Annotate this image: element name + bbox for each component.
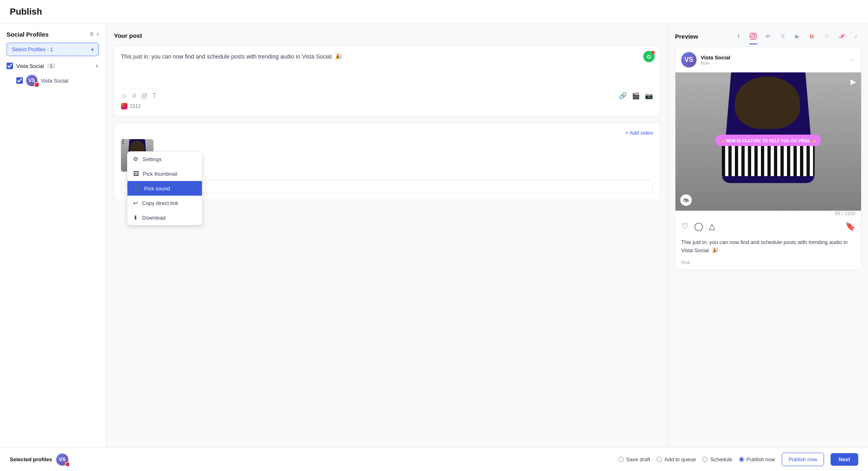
post-text-content[interactable]: This just in: you can now find and sched…: [121, 52, 653, 85]
selected-profiles-label: Selected profiles: [10, 456, 52, 462]
svg-point-2: [754, 34, 755, 35]
grammar-badge: G: [643, 51, 655, 62]
twitter-icon[interactable]: 𝕏: [777, 31, 788, 42]
sound-icon: 🎵: [133, 185, 140, 192]
instagram-icon[interactable]: [747, 31, 759, 42]
hashtag-icon[interactable]: #: [132, 92, 136, 100]
context-menu-pick-sound[interactable]: 🎵 Pick sound: [127, 181, 202, 196]
svg-point-1: [752, 35, 755, 38]
notification-dot: [651, 51, 655, 54]
add-to-queue-option[interactable]: Add to queue: [657, 456, 696, 462]
preview-bottom-icon[interactable]: 🛍: [680, 194, 692, 206]
like-icon[interactable]: ♡: [681, 221, 688, 231]
sidebar-icon-group: ≡ ‹: [90, 31, 99, 38]
emoji-icon[interactable]: ☺: [121, 92, 127, 100]
preview-profile-info: Vista Social Now: [701, 55, 730, 65]
footer-right: Save draft Add to queue Schedule Publish…: [618, 453, 858, 466]
svg-rect-0: [750, 33, 756, 39]
context-menu-copy-link[interactable]: ↩ Copy direct link: [127, 196, 202, 210]
footer-avatar: VS: [56, 454, 68, 466]
sidebar: Social Profiles ≡ ‹ Select Profiles · 1 …: [0, 24, 106, 447]
profile-count-badge: 1: [47, 63, 55, 69]
preview-header: Preview f in 𝕏 ▶ G: [675, 31, 861, 42]
media-section: + Add video: [114, 123, 660, 200]
mention-icon[interactable]: @: [141, 92, 147, 100]
footer-ig-badge: [65, 462, 70, 467]
chevron-down-icon: ▾: [91, 47, 94, 52]
select-profiles-dropdown[interactable]: Select Profiles · 1 ▾: [7, 43, 99, 56]
preview-more-icon[interactable]: ⋯: [849, 56, 855, 64]
next-button[interactable]: Next: [831, 453, 858, 466]
profile-checkbox[interactable]: [16, 77, 23, 84]
profile-name: Vista Social: [41, 78, 68, 84]
google-icon[interactable]: G: [806, 31, 818, 42]
preview-image: ▶ 🎺 NEW IG FEATURE TO HELP YOU GO VIRAL …: [675, 72, 861, 211]
context-menu-pick-thumbnail[interactable]: 🖼 Pick thumbnail: [127, 166, 202, 181]
profile-group-checkbox[interactable]: [7, 63, 13, 69]
text-format-icon[interactable]: T: [153, 92, 157, 100]
comment-icon[interactable]: ◯: [694, 221, 703, 231]
camera-icon[interactable]: 📷: [645, 92, 653, 100]
collapse-icon[interactable]: ‹: [97, 31, 99, 38]
facebook-icon[interactable]: f: [733, 31, 744, 42]
schedule-option[interactable]: Schedule: [702, 456, 732, 462]
preview-title: Preview: [675, 33, 698, 40]
preview-card: VS Vista Social Now ⋯: [675, 47, 861, 270]
avatar: VS: [26, 75, 37, 86]
share-icon[interactable]: △: [709, 221, 715, 231]
char-count-value: 2111: [130, 103, 141, 109]
select-profiles-label: Select Profiles · 1: [12, 46, 53, 52]
profile-group-name: Vista Social: [16, 63, 44, 69]
context-menu-settings[interactable]: ⚙ Settings: [127, 152, 202, 166]
preview-char-count: 89 / 2200: [675, 211, 861, 216]
post-toolbar: ☺ # @ T 🔗 🎬 📷: [121, 88, 653, 103]
bookmark-icon[interactable]: 🔖: [845, 221, 855, 231]
link-icon[interactable]: 🔗: [619, 92, 627, 100]
save-draft-option[interactable]: Save draft: [618, 456, 650, 462]
linkedin-icon[interactable]: in: [762, 31, 774, 42]
sidebar-title: Social Profiles: [7, 31, 48, 38]
add-video-button[interactable]: + Add video: [625, 130, 653, 136]
publish-now-option[interactable]: Publish now: [739, 456, 775, 462]
page-title: Publish: [10, 7, 42, 17]
preview-time: Now: [675, 260, 861, 270]
settings-icon: ⚙: [133, 156, 138, 162]
play-icon[interactable]: ▶: [850, 77, 856, 86]
footer-left: Selected profiles VS: [10, 454, 68, 466]
media-icon[interactable]: 🎬: [632, 92, 640, 100]
post-text-area[interactable]: This just in: you can now find and sched…: [114, 46, 660, 116]
image-icon: 🖼: [133, 170, 139, 177]
preview-profile-time: Now: [701, 61, 730, 65]
preview-avatar: VS: [681, 52, 697, 68]
instagram-badge: [34, 82, 39, 87]
three-dot-menu-button[interactable]: [119, 137, 127, 145]
social-icons-group: f in 𝕏 ▶ G ☆ 𝒫: [733, 31, 861, 42]
preview-panel: Preview f in 𝕏 ▶ G: [669, 24, 868, 447]
publish-now-button[interactable]: Publish now: [782, 453, 824, 466]
instagram-small-icon: [121, 103, 127, 109]
preview-caption: This just in: you can now find and sched…: [675, 236, 861, 260]
profile-group-collapse[interactable]: ∧: [95, 63, 99, 69]
preview-overlay-text: 🎺 NEW IG FEATURE TO HELP YOU GO VIRAL 🎺: [720, 139, 816, 143]
pinterest-icon[interactable]: 𝒫: [835, 31, 847, 42]
filter-icon[interactable]: ≡: [90, 31, 93, 38]
char-count-area: 2111: [121, 103, 653, 109]
preview-overlay: 🎺 NEW IG FEATURE TO HELP YOU GO VIRAL 🎺: [715, 135, 821, 146]
context-menu-download[interactable]: ⬇ Download: [127, 210, 202, 225]
post-editor: Your post This just in: you can now find…: [106, 24, 669, 447]
preview-actions: ♡ ◯ △ 🔖: [675, 216, 861, 236]
profile-group: Vista Social 1 ∧ VS Vista Social: [7, 63, 99, 89]
yelp-icon[interactable]: ☆: [821, 31, 832, 42]
preview-profile-name: Vista Social: [701, 55, 730, 61]
download-icon: ⬇: [133, 214, 138, 221]
list-item: VS Vista Social: [7, 72, 99, 89]
preview-profile: VS Vista Social Now: [681, 52, 730, 68]
link-back-icon: ↩: [133, 200, 138, 206]
app-footer: Selected profiles VS Save draft Add to q…: [0, 447, 868, 471]
youtube-icon[interactable]: ▶: [791, 31, 803, 42]
context-menu: ⚙ Settings 🖼 Pick thumbnail 🎵 Pick sound: [127, 151, 202, 225]
tiktok-icon[interactable]: ♪: [850, 31, 861, 42]
post-editor-title: Your post: [114, 32, 660, 39]
